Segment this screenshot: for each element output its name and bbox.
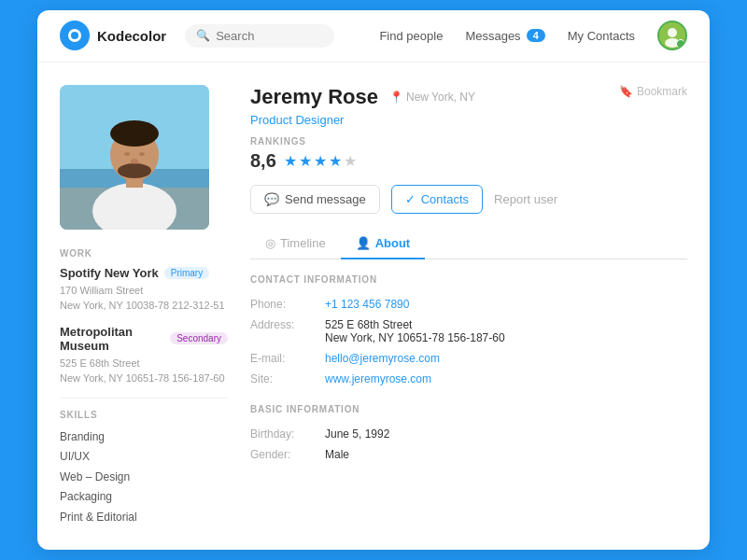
logo-icon (60, 21, 90, 50)
skill-item: Branding (60, 427, 228, 448)
skill-item: Packaging (60, 487, 228, 508)
svg-point-9 (110, 120, 159, 147)
location-icon: 📍 (389, 91, 403, 104)
profile-card: Kodecolor 🔍 Find people Messages 4 My Co… (37, 10, 710, 551)
work-tag-primary: Primary (164, 267, 209, 279)
svg-point-11 (124, 152, 130, 156)
profile-photo (60, 85, 209, 230)
work-name-1: Spotify New York Primary (60, 266, 228, 280)
address-value: 525 E 68th Street New York, NY 10651-78 … (325, 315, 687, 348)
email-value[interactable]: hello@jeremyrose.com (325, 348, 687, 369)
search-input[interactable] (216, 29, 309, 43)
work-item-2: Metropolitan Museum Secondary 525 E 68th… (60, 325, 228, 386)
right-panel: Jeremy Rose 📍 New York, NY 🔖 Bookmark Pr… (250, 85, 687, 528)
star-3: ★ (314, 152, 327, 170)
table-row: E-mail: hello@jeremyrose.com (250, 348, 687, 369)
contact-info-table: Phone: +1 123 456 7890 Address: 525 E 68… (250, 294, 687, 389)
header: Kodecolor 🔍 Find people Messages 4 My Co… (37, 10, 710, 63)
rating-number: 8,6 (250, 150, 276, 172)
contacts-button[interactable]: ✓ Contacts (391, 185, 483, 214)
basic-info-label: BASIC INFORMATION (250, 404, 687, 414)
table-row: Site: www.jeremyrose.com (250, 369, 687, 389)
logo-inner-circle (68, 29, 81, 42)
star-1: ★ (284, 152, 297, 170)
search-box[interactable]: 🔍 (185, 24, 334, 48)
star-4: ★ (329, 152, 342, 170)
skill-item: UI/UX (60, 447, 228, 468)
birthday-value: June 5, 1992 (325, 424, 687, 444)
tabs-row: ◎ Timeline 👤 About (250, 229, 687, 259)
job-title: Product Designer (250, 113, 687, 127)
bookmark-button[interactable]: 🔖 Bookmark (619, 85, 687, 98)
svg-point-13 (131, 159, 138, 164)
tab-about[interactable]: 👤 About (341, 229, 426, 259)
person-icon: 👤 (356, 236, 371, 250)
nav-messages-wrap: Messages 4 (465, 29, 544, 43)
search-icon: 🔍 (196, 29, 210, 42)
nav-find-people[interactable]: Find people (379, 29, 443, 43)
rating-row: 8,6 ★ ★ ★ ★ ★ (250, 150, 687, 172)
table-row: Address: 525 E 68th Street New York, NY … (250, 315, 687, 348)
send-message-button[interactable]: 💬 Send message (250, 185, 380, 214)
birthday-label: Birthday: (250, 424, 325, 444)
skill-item: Web – Design (60, 468, 228, 488)
left-panel: WORK Spotify New York Primary 170 Willia… (60, 85, 228, 528)
nav-links: Find people Messages 4 My Contacts (379, 21, 687, 50)
actions-row: 💬 Send message ✓ Contacts Report user (250, 185, 687, 214)
email-label: E-mail: (250, 348, 325, 369)
svg-point-2 (665, 38, 680, 48)
skill-item: Print & Editorial (60, 508, 228, 528)
work-address-2: 525 E 68th Street New York, NY 10651-78 … (60, 356, 228, 386)
rankings-label: RANKINGS (250, 136, 687, 147)
divider-1 (60, 398, 228, 399)
phone-label: Phone: (250, 294, 325, 315)
svg-point-10 (118, 163, 151, 178)
star-2: ★ (299, 152, 312, 170)
svg-point-1 (668, 28, 677, 37)
body: WORK Spotify New York Primary 170 Willia… (37, 63, 710, 551)
table-row: Gender: Male (250, 444, 687, 465)
phone-value[interactable]: +1 123 456 7890 (325, 294, 687, 315)
work-address-1: 170 William Street New York, NY 10038-78… (60, 283, 228, 314)
basic-info-table: Birthday: June 5, 1992 Gender: Male (250, 424, 687, 465)
skills-list: Branding UI/UX Web – Design Packaging Pr… (60, 427, 228, 528)
work-name-2: Metropolitan Museum Secondary (60, 325, 228, 353)
star-rating: ★ ★ ★ ★ ★ (284, 152, 357, 170)
profile-name: Jeremy Rose (250, 85, 378, 109)
table-row: Phone: +1 123 456 7890 (250, 294, 687, 315)
skills-section-label: SKILLS (60, 410, 228, 420)
work-tag-secondary: Secondary (170, 332, 228, 344)
work-item-1: Spotify New York Primary 170 William Str… (60, 266, 228, 314)
bookmark-icon: 🔖 (619, 85, 633, 98)
tab-timeline[interactable]: ◎ Timeline (250, 229, 341, 259)
table-row: Birthday: June 5, 1992 (250, 424, 687, 444)
checkmark-icon: ✓ (405, 192, 416, 206)
location-text: New York, NY (406, 91, 475, 104)
user-avatar[interactable] (657, 21, 687, 50)
nav-messages[interactable]: Messages (465, 29, 520, 43)
svg-point-12 (139, 152, 145, 156)
site-value[interactable]: www.jeremyrose.com (325, 369, 687, 389)
gender-label: Gender: (250, 444, 325, 465)
timeline-icon: ◎ (265, 236, 275, 250)
site-label: Site: (250, 369, 325, 389)
app-name: Kodecolor (97, 28, 166, 44)
location-wrap: 📍 New York, NY (389, 91, 475, 104)
star-5-half: ★ (344, 152, 357, 170)
message-icon: 💬 (264, 192, 279, 206)
address-label: Address: (250, 315, 325, 348)
logo-area: Kodecolor (60, 21, 166, 50)
profile-header-row: Jeremy Rose 📍 New York, NY 🔖 Bookmark (250, 85, 687, 109)
gender-value: Male (325, 444, 687, 465)
report-user-button[interactable]: Report user (494, 192, 557, 206)
bookmark-label: Bookmark (637, 85, 687, 98)
contact-info-label: CONTACT INFORMATION (250, 274, 687, 285)
nav-my-contacts[interactable]: My Contacts (568, 29, 635, 43)
work-section-label: WORK (60, 248, 228, 259)
messages-badge: 4 (527, 29, 545, 42)
